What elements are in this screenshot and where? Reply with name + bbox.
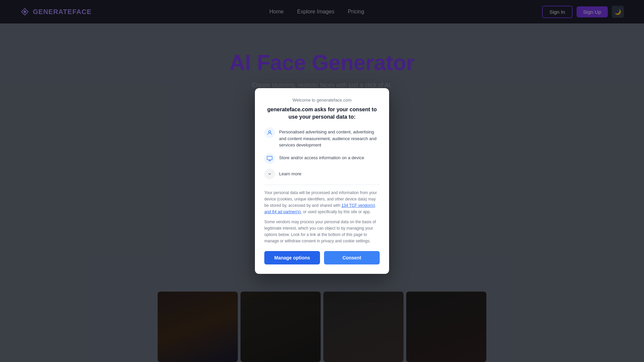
store-text: Store and/or access information on a dev… [279,153,364,161]
divider [264,185,380,185]
personalised-icon [264,127,275,138]
learn-more-text[interactable]: Learn more [279,171,301,176]
consent-actions: Manage options Consent [264,251,380,264]
body-text-2: Some vendors may process your personal d… [264,219,380,245]
store-icon [264,153,275,164]
svg-point-0 [269,131,271,133]
consent-button[interactable]: Consent [324,251,380,264]
learn-more-item: Learn more [264,169,380,179]
manage-options-button[interactable]: Manage options [264,251,320,264]
body-text-1: Your personal data will be processed and… [264,190,380,216]
consent-title: generateface.com asks for your consent t… [264,106,380,121]
svg-rect-1 [267,156,272,160]
consent-header: Welcome to generateface.com [264,98,380,103]
personalised-text: Personalised advertising and content, ad… [279,127,380,148]
consent-item-personalised: Personalised advertising and content, ad… [264,127,380,148]
consent-modal: Welcome to generateface.com generateface… [255,88,389,274]
consent-item-store: Store and/or access information on a dev… [264,153,380,164]
modal-backdrop: Welcome to generateface.com generateface… [0,0,644,362]
chevron-down-icon [264,169,275,179]
